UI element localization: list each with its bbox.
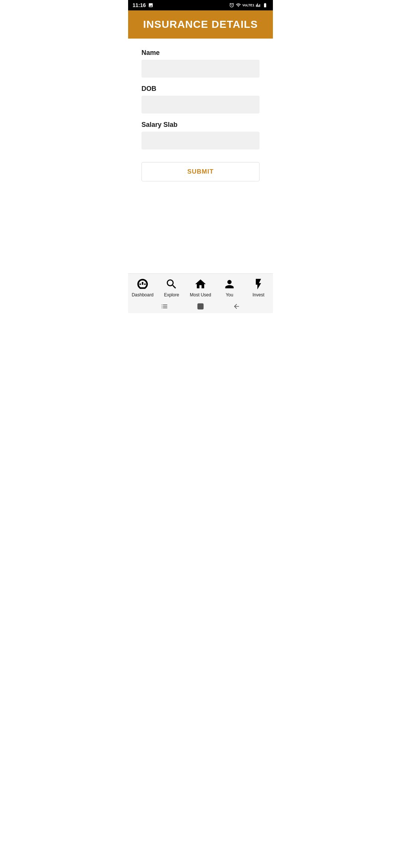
main-content: Name DOB Salary Slab SUBMIT bbox=[128, 39, 273, 192]
battery-icon bbox=[262, 3, 268, 8]
android-home-button[interactable] bbox=[195, 301, 206, 312]
dob-input[interactable] bbox=[141, 96, 260, 114]
name-label: Name bbox=[141, 49, 260, 57]
salary-slab-label: Salary Slab bbox=[141, 121, 260, 129]
salary-slab-input[interactable] bbox=[141, 132, 260, 149]
nav-invest-label: Invest bbox=[252, 292, 264, 297]
dob-label: DOB bbox=[141, 85, 260, 93]
search-icon bbox=[165, 277, 178, 291]
nav-items-container: Dashboard Explore Most Used bbox=[128, 274, 273, 300]
page-header: INSURANCE DETAILS bbox=[128, 10, 273, 39]
signal-icon bbox=[256, 3, 260, 8]
nav-you-label: You bbox=[226, 292, 233, 297]
salary-slab-field-group: Salary Slab bbox=[141, 121, 260, 149]
status-right: VoLTE1 bbox=[229, 3, 268, 8]
dashboard-icon bbox=[136, 277, 149, 291]
nav-dashboard-label: Dashboard bbox=[132, 292, 154, 297]
nav-item-most-used[interactable]: Most Used bbox=[186, 277, 215, 297]
status-bar: 11:16 VoLTE1 bbox=[128, 0, 273, 10]
nav-item-invest[interactable]: Invest bbox=[244, 277, 273, 297]
android-back-button[interactable] bbox=[231, 301, 242, 312]
nav-explore-label: Explore bbox=[164, 292, 179, 297]
page-title: INSURANCE DETAILS bbox=[143, 19, 258, 30]
nav-item-you[interactable]: You bbox=[215, 277, 244, 297]
status-left: 11:16 bbox=[133, 2, 153, 8]
name-field-group: Name bbox=[141, 49, 260, 78]
nav-item-explore[interactable]: Explore bbox=[157, 277, 186, 297]
submit-button[interactable]: SUBMIT bbox=[141, 162, 260, 181]
wifi-icon bbox=[236, 3, 241, 8]
nav-item-dashboard[interactable]: Dashboard bbox=[128, 277, 157, 297]
name-input[interactable] bbox=[141, 60, 260, 78]
lte-label: VoLTE1 bbox=[242, 3, 254, 7]
person-icon bbox=[223, 277, 236, 291]
svg-rect-0 bbox=[198, 304, 203, 309]
image-icon bbox=[148, 3, 153, 8]
alarm-icon bbox=[229, 3, 234, 8]
nav-most-used-label: Most Used bbox=[190, 292, 211, 297]
android-nav-bar bbox=[128, 300, 273, 313]
dob-field-group: DOB bbox=[141, 85, 260, 114]
status-time: 11:16 bbox=[133, 2, 146, 8]
home-icon bbox=[194, 277, 207, 291]
bolt-icon bbox=[252, 277, 265, 291]
bottom-nav: Dashboard Explore Most Used bbox=[128, 273, 273, 313]
android-menu-button[interactable] bbox=[159, 301, 170, 312]
